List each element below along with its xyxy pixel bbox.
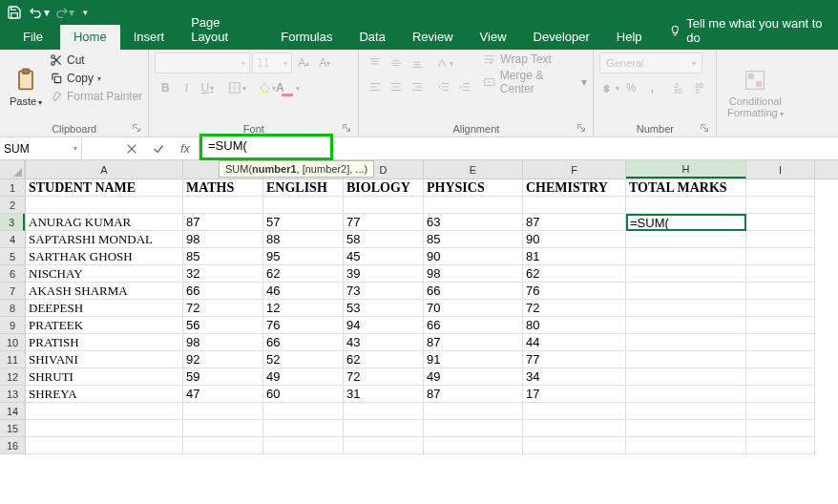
cell[interactable] bbox=[746, 317, 815, 334]
cell[interactable] bbox=[626, 317, 746, 334]
cell[interactable]: 62 bbox=[263, 265, 344, 283]
cell[interactable]: CHEMISTRY bbox=[523, 179, 626, 197]
cell[interactable]: PHYSICS bbox=[424, 179, 523, 197]
cell[interactable]: 62 bbox=[523, 265, 626, 283]
tab-data[interactable]: Data bbox=[346, 25, 398, 50]
tab-view[interactable]: View bbox=[467, 25, 520, 50]
tab-review[interactable]: Review bbox=[399, 25, 467, 50]
cell[interactable]: 47 bbox=[183, 386, 263, 403]
conditional-formatting-button[interactable]: ConditionalFormatting▾ bbox=[723, 52, 787, 134]
cell[interactable] bbox=[424, 197, 523, 214]
row-header[interactable]: 3 bbox=[0, 214, 25, 231]
cell[interactable] bbox=[746, 248, 815, 265]
cell[interactable]: 98 bbox=[183, 334, 263, 351]
cell[interactable]: 34 bbox=[523, 368, 626, 386]
cell[interactable] bbox=[26, 437, 183, 454]
row-header[interactable]: 15 bbox=[0, 420, 25, 437]
insert-function-button[interactable]: fx bbox=[172, 141, 199, 156]
cell[interactable] bbox=[626, 248, 746, 265]
increase-indent-button[interactable] bbox=[454, 76, 475, 97]
cell[interactable]: 91 bbox=[424, 351, 523, 368]
cell[interactable] bbox=[746, 300, 815, 317]
col-header-i[interactable]: I bbox=[746, 160, 815, 178]
cell[interactable] bbox=[626, 300, 746, 317]
col-header-e[interactable]: E bbox=[424, 160, 523, 178]
cell[interactable]: 85 bbox=[183, 248, 263, 265]
tab-formulas[interactable]: Formulas bbox=[267, 25, 346, 50]
row-header[interactable]: 5 bbox=[0, 248, 25, 265]
cell[interactable]: 90 bbox=[424, 248, 523, 265]
cell[interactable]: STUDENT NAME bbox=[26, 179, 183, 197]
cell[interactable] bbox=[746, 179, 815, 197]
cell[interactable]: PRATEEK bbox=[26, 317, 183, 334]
borders-button[interactable]: ▾ bbox=[226, 77, 247, 98]
cell[interactable]: 87 bbox=[523, 214, 626, 231]
cell[interactable] bbox=[746, 386, 815, 403]
accounting-format-button[interactable]: $▾ bbox=[599, 77, 620, 98]
cell[interactable] bbox=[183, 403, 263, 420]
cell[interactable]: 56 bbox=[183, 317, 263, 334]
cell[interactable]: 94 bbox=[344, 317, 424, 334]
increase-decimal-button[interactable]: .0.00 bbox=[668, 77, 689, 98]
formula-input[interactable]: =SUM( bbox=[199, 134, 333, 160]
cell[interactable] bbox=[746, 334, 815, 351]
align-bottom-button[interactable] bbox=[407, 52, 428, 74]
cell[interactable] bbox=[746, 403, 815, 420]
enter-formula-button[interactable] bbox=[145, 142, 172, 156]
tell-me-search[interactable]: Tell me what you want to do bbox=[656, 11, 838, 50]
cell[interactable]: ANURAG KUMAR bbox=[26, 214, 183, 231]
dialog-launcher-icon[interactable] bbox=[341, 123, 352, 135]
row-header[interactable]: 10 bbox=[0, 334, 25, 351]
row-header[interactable]: 16 bbox=[0, 437, 25, 454]
cell[interactable]: DEEPESH bbox=[26, 300, 183, 317]
row-header[interactable]: 4 bbox=[0, 231, 25, 248]
align-middle-button[interactable] bbox=[386, 52, 407, 74]
increase-font-button[interactable]: A▴ bbox=[294, 52, 313, 74]
cell[interactable] bbox=[183, 197, 263, 214]
cell[interactable] bbox=[746, 351, 815, 368]
cell[interactable]: 52 bbox=[263, 351, 344, 368]
cell[interactable] bbox=[344, 197, 424, 214]
cell[interactable] bbox=[746, 368, 815, 386]
align-top-button[interactable] bbox=[365, 52, 386, 74]
cell[interactable]: ENGLISH bbox=[263, 179, 344, 197]
row-header[interactable]: 11 bbox=[0, 351, 25, 368]
cell[interactable]: 87 bbox=[424, 386, 523, 403]
cell[interactable] bbox=[746, 197, 815, 214]
cell[interactable] bbox=[746, 420, 815, 437]
dialog-launcher-icon[interactable] bbox=[131, 123, 142, 135]
cell[interactable]: 60 bbox=[263, 386, 344, 403]
cell[interactable] bbox=[424, 403, 523, 420]
row-header[interactable]: 9 bbox=[0, 317, 25, 334]
align-center-button[interactable] bbox=[386, 76, 407, 97]
row-header[interactable]: 13 bbox=[0, 386, 25, 403]
comma-button[interactable]: , bbox=[641, 77, 662, 98]
cell[interactable] bbox=[344, 403, 424, 420]
cancel-formula-button[interactable] bbox=[118, 142, 145, 156]
cell[interactable] bbox=[626, 420, 746, 437]
fill-color-button[interactable]: ▾ bbox=[256, 77, 277, 98]
cell[interactable]: 88 bbox=[263, 231, 344, 248]
cell[interactable]: 59 bbox=[183, 368, 263, 386]
customize-qat-button[interactable]: ▾ bbox=[78, 2, 92, 23]
row-header[interactable]: 2 bbox=[0, 197, 25, 214]
cell[interactable]: NISCHAY bbox=[26, 265, 183, 283]
decrease-decimal-button[interactable]: .00.0 bbox=[689, 77, 710, 98]
cell[interactable]: 81 bbox=[523, 248, 626, 265]
cell[interactable]: 46 bbox=[263, 283, 344, 300]
row-header[interactable]: 1 bbox=[0, 179, 25, 197]
row-header[interactable]: 14 bbox=[0, 403, 25, 420]
cell[interactable]: 58 bbox=[344, 231, 424, 248]
cell[interactable]: 66 bbox=[183, 283, 263, 300]
col-header-f[interactable]: F bbox=[523, 160, 626, 178]
cell[interactable]: 72 bbox=[183, 300, 263, 317]
bold-button[interactable]: B bbox=[155, 77, 176, 98]
cell[interactable] bbox=[523, 403, 626, 420]
name-box[interactable]: SUM ▾ bbox=[0, 137, 82, 159]
cell[interactable]: TOTAL MARKS bbox=[626, 179, 746, 197]
cell[interactable] bbox=[746, 231, 815, 248]
cell[interactable] bbox=[263, 437, 344, 454]
row-header[interactable]: 12 bbox=[0, 368, 25, 386]
cell[interactable]: BIOLOGY bbox=[344, 179, 424, 197]
cell[interactable] bbox=[424, 420, 523, 437]
